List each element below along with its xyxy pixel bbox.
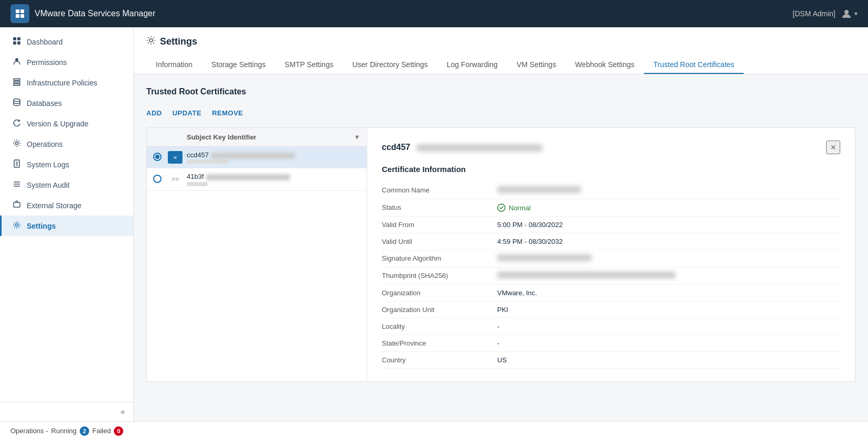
cert-name-sub [187, 159, 229, 164]
table-row[interactable]: « ccd457 [147, 147, 367, 168]
radio-unselected [153, 175, 162, 183]
sidebar-item-permissions[interactable]: Permissions [0, 52, 133, 72]
user-menu-button[interactable]: ▾ [841, 8, 858, 19]
svg-point-13 [14, 99, 20, 102]
field-label: Organization [382, 289, 497, 297]
sidebar-item-settings[interactable]: Settings [0, 216, 133, 236]
sidebar-item-version[interactable]: Version & Upgrade [0, 113, 133, 134]
svg-rect-10 [14, 79, 20, 80]
field-label: Locality [382, 323, 497, 330]
field-label: State/Province [382, 339, 497, 347]
cert-info-row: Valid From 5:00 PM - 08/30/2022 [382, 217, 840, 233]
externalstorage-icon [12, 200, 22, 210]
field-value: VMware, Inc. [497, 289, 840, 297]
sidebar-item-databases[interactable]: Databases [0, 93, 133, 113]
operations-label: Operations - [10, 427, 48, 435]
svg-rect-6 [17, 37, 20, 40]
status-bar: Operations - Running 2 Failed 0 [0, 421, 868, 440]
infrastructure-icon [12, 78, 22, 88]
svg-point-4 [844, 10, 849, 14]
field-value: PKI [497, 306, 840, 314]
svg-rect-8 [17, 41, 20, 45]
sidebar-item-operations[interactable]: Operations [0, 134, 133, 154]
settings-header: Settings Information Storage Settings SM… [134, 27, 868, 74]
sidebar-item-label: External Storage [27, 201, 81, 210]
tab-information[interactable]: Information [146, 56, 202, 74]
cert-name-col: 41b3f [187, 173, 360, 186]
svg-rect-1 [20, 9, 24, 13]
cert-info-row: Country US [382, 352, 840, 369]
field-label: Thumbprint (SHA256) [382, 272, 497, 280]
common-name-blurred [497, 186, 581, 193]
subject-key-col-header: Subject Key Identifier [187, 133, 353, 141]
tab-vmsettings[interactable]: VM Settings [507, 56, 565, 74]
cert-info-table: Common Name Status [382, 182, 840, 369]
tab-smtp[interactable]: SMTP Settings [275, 56, 343, 74]
svg-rect-2 [16, 14, 19, 18]
systemaudit-icon [12, 180, 22, 190]
svg-rect-7 [13, 41, 16, 45]
field-value: 4:59 PM - 08/30/2032 [497, 238, 840, 245]
cert-info-row: Locality - [382, 318, 840, 335]
cert-id-blurred [416, 144, 542, 152]
cert-id-prefix: ccd457 [382, 143, 410, 152]
field-label: Common Name [382, 186, 497, 195]
field-value: 5:00 PM - 08/30/2022 [497, 221, 840, 229]
sidebar-item-dashboard[interactable]: Dashboard [0, 31, 133, 52]
settings-icon [12, 221, 22, 231]
failed-count-badge: 0 [114, 426, 123, 436]
table-row[interactable]: >> 41b3f [147, 168, 367, 191]
action-buttons: ADD UPDATE REMOVE [146, 107, 855, 119]
update-button[interactable]: UPDATE [173, 107, 201, 119]
filter-icon[interactable]: ▼ [353, 133, 360, 141]
radio-col [153, 175, 168, 185]
settings-tabs: Information Storage Settings SMTP Settin… [146, 56, 855, 74]
databases-icon [12, 98, 22, 108]
expand-arrow-empty: >> [168, 173, 183, 186]
cert-list-header: Subject Key Identifier ▼ [147, 128, 367, 147]
arrow-col: >> [168, 173, 187, 186]
main-layout: Dashboard Permissions Infrastructure Pol… [0, 27, 868, 421]
arrow-col: « [168, 151, 187, 164]
sidebar-item-label: Settings [27, 222, 56, 230]
collapse-icon: « [121, 407, 125, 416]
sidebar-item-label: System Audit [27, 181, 70, 189]
tab-logforwarding[interactable]: Log Forwarding [437, 56, 507, 74]
cert-container: Subject Key Identifier ▼ « ccd457 [146, 127, 855, 382]
running-count-badge: 2 [80, 426, 89, 436]
sidebar-item-infrastructure[interactable]: Infrastructure Policies [0, 72, 133, 93]
remove-button[interactable]: REMOVE [212, 107, 243, 119]
expand-arrow-button[interactable]: « [168, 151, 183, 164]
sidebar-item-label: Infrastructure Policies [27, 79, 98, 87]
field-value: - [497, 339, 840, 347]
sidebar-item-externalstorage[interactable]: External Storage [0, 195, 133, 216]
cert-detail-title: ccd457 [382, 143, 542, 152]
svg-rect-11 [14, 81, 20, 83]
sidebar-collapse-button[interactable]: « [0, 402, 133, 421]
status-normal: Normal [497, 203, 840, 212]
settings-gear-icon [146, 36, 156, 48]
tab-trustedroot[interactable]: Trusted Root Certificates [644, 56, 744, 74]
sidebar-nav: Dashboard Permissions Infrastructure Pol… [0, 27, 133, 402]
settings-title: Settings [146, 36, 855, 48]
tab-webhook[interactable]: Webhook Settings [565, 56, 644, 74]
sidebar-item-systemaudit[interactable]: System Audit [0, 175, 133, 195]
add-button[interactable]: ADD [146, 107, 162, 119]
close-button[interactable]: × [826, 141, 840, 154]
sidebar-item-systemlogs[interactable]: System Logs [0, 154, 133, 175]
cert-detail-panel: ccd457 × Certificate Information Common … [367, 128, 855, 381]
tab-userdirectory[interactable]: User Directory Settings [343, 56, 437, 74]
cert-info-row: Organization VMware, Inc. [382, 285, 840, 302]
sidebar-item-label: Permissions [27, 58, 67, 67]
running-label: Running [51, 427, 77, 435]
tab-storage[interactable]: Storage Settings [202, 56, 275, 74]
field-label: Valid Until [382, 238, 497, 245]
logo-icon [10, 4, 29, 23]
field-value: - [497, 323, 840, 330]
radio-selected [153, 153, 162, 161]
version-icon [12, 119, 22, 128]
top-nav-right: [DSM Admin] ▾ [792, 8, 858, 19]
status-text: Normal [509, 204, 531, 212]
sidebar-item-label: System Logs [27, 160, 69, 169]
cert-name-col: ccd457 [187, 151, 360, 164]
